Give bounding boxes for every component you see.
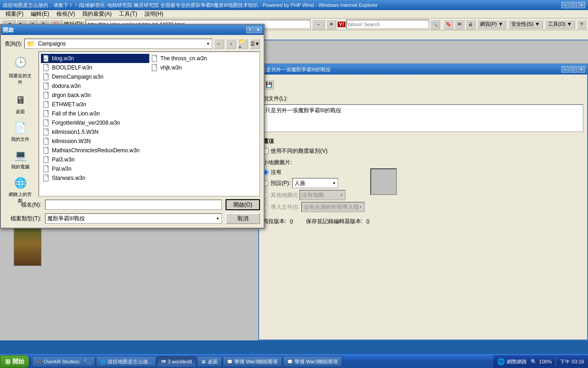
file-item-blog[interactable]: W3 blog.w3n [41,54,149,63]
second-max-btn[interactable]: □ [570,66,577,73]
taskbar-item-2[interactable]: 🗺 3 worldedit [157,356,196,367]
menu-edit[interactable]: 編輯(E) [27,9,53,19]
ie-close-btn[interactable]: ✕ [578,2,585,8]
other-combo[interactable]: 沒有地圖 ▼ [300,190,345,200]
sidebar-desktop[interactable]: 🖥 桌面 [6,91,34,117]
file-item-pal3[interactable]: Pal3.w3n [41,155,149,164]
menu-view[interactable]: 檢視(V) [53,9,79,19]
file-item-booldelf[interactable]: BOOLDELF.w3n [41,63,149,72]
second-browser-titlebar: 只是另外一張魔獸爭霸III的戰役 ─ □ ✕ [259,64,587,75]
menu-tools[interactable]: 工具(T) [115,9,141,19]
file-name-0: blog.w3n [52,55,74,62]
new-folder-btn[interactable]: 📁+ [238,39,248,49]
views-btn[interactable]: ☰▼ [250,39,260,49]
help-ie-btn[interactable]: ? [577,20,586,29]
file-item-fall[interactable]: Fall of the Lion.w3n [41,109,149,118]
webpage-btn[interactable]: 網頁(P) ▼ [477,20,507,29]
w3n-icon-12 [43,165,50,172]
minimap-radios: 沒有 預設(P): 人族 ▼ [263,168,365,212]
windows-logo: ⊞ [5,358,11,365]
taskbar-label-3: 桌面 [208,358,218,365]
w3n-icon-4 [43,92,50,99]
second-close-btn[interactable]: ✕ [578,66,585,73]
dialog-bottom: 檔名(N): 開啟(O) 檔案類型(T): 魔獸爭霸III戰役 ▼ 取消 [5,199,260,224]
folder-icon: 📁 [27,40,34,47]
security-btn[interactable]: 安全性(S) ▼ [508,20,543,29]
difficulty-label: 使用不同的難度級別(V) [271,147,328,155]
w3n-icon-0: W3 [43,55,50,62]
menu-favorites[interactable]: 我的最愛(A) [79,9,115,19]
preset-value: 人族 [294,179,305,187]
ie-maximize-btn[interactable]: □ [570,2,577,8]
file-item-mathias[interactable]: MathiasChroniclesReduxDemo.w3n [41,146,149,155]
file-item-ethwet[interactable]: ETHWET.w3n [41,100,149,109]
file-item-thross[interactable]: The thross_cn.w3n [149,54,258,63]
preset-combo[interactable]: 人族 ▼ [292,178,338,188]
file-name-7: ForgottenWar_ver2008.w3n [52,120,120,126]
second-min-btn[interactable]: ─ [561,66,569,73]
import-combo[interactable]: 沒有合適的外部導入檔 ▼ [301,202,365,212]
file-item-vhjk[interactable]: vhjk.w3n [149,63,258,72]
yahoo-search-input[interactable] [346,20,429,29]
taskbar-item-0[interactable]: 🎮 Overkill Studios: 『... [32,356,95,367]
file-item-kill1[interactable]: killmission1.5.W3N [41,127,149,137]
file-item-dodora[interactable]: dodora.w3n [41,81,149,91]
sidebar-recent[interactable]: 🕒 我最近的文件 [6,53,34,89]
file-open-dialog: 開啟 ? ✕ 查詢(I): 📁 Campaigns ▼ ← ↑ [0,24,265,229]
back-folder-btn[interactable]: ← [214,39,224,49]
location-combo[interactable]: 📁 Campaigns ▼ [24,39,212,49]
save-icon-btn[interactable]: 💾 [264,80,274,90]
clock: 下午 03:16 [560,358,584,365]
tools-ie-btn[interactable]: 工具(O) ▼ [545,20,575,29]
yahoo-search-area: Y! 🔍 [338,19,440,29]
minimap-section: 小地圖圖片: 沒有 預設(P): 人族 [263,159,583,212]
file-item-pal[interactable]: Pal.w3n [41,164,149,173]
file-item-forgotten[interactable]: ForgottenWar_ver2008.w3n [41,118,149,127]
file-item-starwars[interactable]: Starwars.w3n [41,173,149,183]
dialog-close-btn[interactable]: ✕ [254,27,262,33]
ie-titlebar: 战役地图是怎么做的，请教下！！|疑难解答区-地精研究院 幽灵研究院 全国最专业的… [0,0,588,10]
zoom-level: 🔍 [531,359,537,365]
radio-other-label: 其他地圖(I) [271,191,298,199]
go-btn[interactable]: → [312,19,325,29]
computer-label: 我的電腦 [11,164,29,170]
links-btn[interactable]: 🔖 [443,19,453,29]
svg-text:W3: W3 [44,58,47,60]
taskbar-item-4[interactable]: 💬 華僑 War3聊頻斯塔 [223,356,282,367]
radio-preset-row: 預設(P): 人族 ▼ [263,178,365,188]
start-button[interactable]: ⊞ 開始 [0,355,29,368]
taskbar-item-1[interactable]: 🌐 战役地图是怎么做... [96,356,156,367]
dialog-toolbar: 查詢(I): 📁 Campaigns ▼ ← ↑ 📁+ ☰▼ [5,39,260,49]
file-name-6: Fall of the Lion.w3n [52,110,100,117]
taskbar-item-5[interactable]: 💬 華僑 War3聊頻斯塔 [283,356,342,367]
sidebar-computer[interactable]: 💻 我的電腦 [6,146,34,172]
file-item-democampaign[interactable]: DemoCampaign.w3n [41,72,149,81]
stop-url-btn[interactable]: ✕ [326,19,336,29]
mail-btn[interactable]: ✉ [454,19,464,29]
up-folder-btn[interactable]: ↑ [226,39,236,49]
file-item-kill2[interactable]: killmission.W3N [41,137,149,146]
minimap-title: 小地圖圖片: [263,159,583,167]
filename-input[interactable] [45,200,222,210]
location-value: Campaigns [38,40,204,47]
documents-icon: 📄 [13,121,28,135]
ie-minimize-btn[interactable]: ─ [561,2,569,8]
file-name-10: MathiasChroniclesReduxDemo.w3n [52,147,140,154]
sidebar-documents[interactable]: 📄 我的文件 [6,119,34,144]
taskbar-item-3[interactable]: 🖥 桌面 [197,356,222,367]
documents-label: 我的文件 [11,136,29,143]
desktop-label: 桌面 [16,109,25,115]
cancel-btn[interactable]: 取消 [226,213,260,224]
dialog-help-btn[interactable]: ? [246,27,254,33]
w3n-icon-2 [43,73,50,80]
open-btn[interactable]: 開啟(O) [226,199,260,210]
yahoo-search-btn[interactable]: 🔍 [430,19,440,29]
import-arrow: ▼ [359,205,362,209]
filetype-combo[interactable]: 魔獸爭霸III戰役 ▼ [45,213,222,224]
menu-file[interactable]: 檔案(F) [2,9,27,19]
second-browser-title: 只是另外一張魔獸爭霸III的戰役 [261,66,331,73]
menu-help[interactable]: 說明(H) [141,9,167,19]
w3n-icon-10 [43,147,50,154]
print-btn[interactable]: 🖨 [465,19,475,29]
file-item-drgon[interactable]: drgon back.w3n [41,91,149,100]
